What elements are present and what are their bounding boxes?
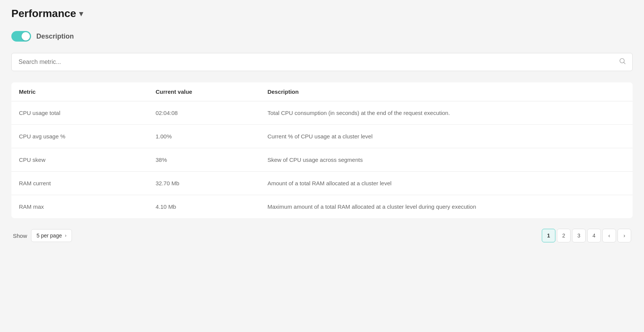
cell-value: 4.10 Mb <box>148 195 260 219</box>
cell-description: Skew of CPU usage across segments <box>260 148 633 172</box>
cell-metric: CPU skew <box>11 148 148 172</box>
cell-metric: CPU avg usage % <box>11 125 148 148</box>
metrics-table: Metric Current value Description CPU usa… <box>11 82 633 218</box>
cell-value: 02:04:08 <box>148 101 260 125</box>
show-left: Show 5 per page › <box>13 229 72 242</box>
cell-description: Amount of a total RAM allocated at a clu… <box>260 172 633 195</box>
page-title: Performance ▾ <box>11 8 83 20</box>
cell-description: Current % of CPU usage at a cluster leve… <box>260 125 633 148</box>
per-page-value: 5 per page <box>37 233 62 239</box>
table-row: RAM current 32.70 Mb Amount of a total R… <box>11 172 633 195</box>
cell-value: 32.70 Mb <box>148 172 260 195</box>
pagination-controls: 1234‹› <box>542 229 631 242</box>
pagination-page-3[interactable]: 3 <box>572 229 586 242</box>
pagination-page-1[interactable]: 1 <box>542 229 555 242</box>
search-input[interactable] <box>11 53 633 71</box>
search-icon <box>619 58 626 67</box>
table-row: CPU skew 38% Skew of CPU usage across se… <box>11 148 633 172</box>
per-page-selector[interactable]: 5 per page › <box>31 229 72 242</box>
show-label: Show <box>13 233 27 239</box>
table-header-row: Metric Current value Description <box>11 82 633 101</box>
table-row: CPU usage total 02:04:08 Total CPU consu… <box>11 101 633 125</box>
pagination-page-4[interactable]: 4 <box>587 229 601 242</box>
cell-metric: RAM current <box>11 172 148 195</box>
table-row: CPU avg usage % 1.00% Current % of CPU u… <box>11 125 633 148</box>
cell-metric: CPU usage total <box>11 101 148 125</box>
pagination-next-button[interactable]: › <box>617 229 631 242</box>
svg-line-1 <box>624 62 625 64</box>
description-toggle-label: Description <box>36 33 74 40</box>
search-container <box>11 53 633 71</box>
per-page-chevron-icon: › <box>65 233 66 238</box>
page-header: Performance ▾ <box>11 8 633 20</box>
pagination-prev-button[interactable]: ‹ <box>602 229 616 242</box>
col-header-metric: Metric <box>11 82 148 101</box>
table-row: RAM max 4.10 Mb Maximum amount of a tota… <box>11 195 633 219</box>
col-header-value: Current value <box>148 82 260 101</box>
title-chevron-icon[interactable]: ▾ <box>79 9 83 18</box>
cell-metric: RAM max <box>11 195 148 219</box>
pagination-page-2[interactable]: 2 <box>557 229 571 242</box>
col-header-description: Description <box>260 82 633 101</box>
description-toggle-row: Description <box>11 31 633 42</box>
cell-description: Maximum amount of a total RAM allocated … <box>260 195 633 219</box>
cell-value: 38% <box>148 148 260 172</box>
description-toggle[interactable] <box>11 31 31 42</box>
cell-value: 1.00% <box>148 125 260 148</box>
cell-description: Total CPU consumption (in seconds) at th… <box>260 101 633 125</box>
pagination-row: Show 5 per page › 1234‹› <box>11 229 633 242</box>
